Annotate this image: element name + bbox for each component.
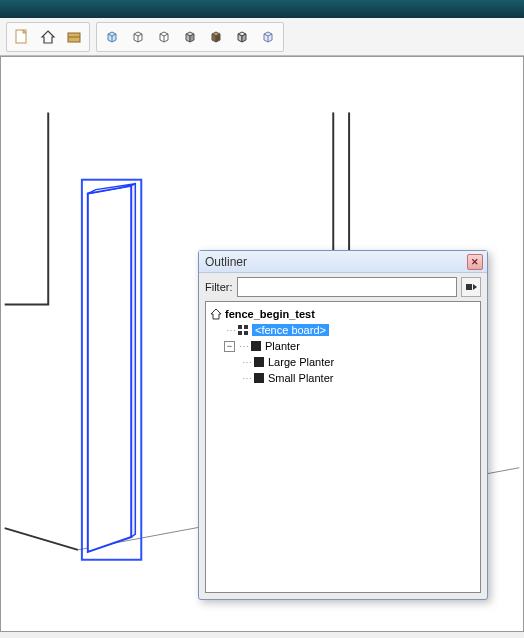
svg-rect-38 <box>254 373 264 383</box>
style-mono-button[interactable] <box>230 25 254 49</box>
svg-marker-14 <box>212 34 216 42</box>
svg-rect-34 <box>238 331 242 335</box>
toolbar-new-button[interactable] <box>10 25 34 49</box>
style-hidden-button[interactable] <box>152 25 176 49</box>
cube-shaded-icon <box>182 29 198 45</box>
outliner-tree[interactable]: fence_begin_test ⋯ <fence board> − ⋯ Pla… <box>205 301 481 593</box>
tree-connector: ⋯ <box>239 341 248 352</box>
style-shaded-button[interactable] <box>178 25 202 49</box>
cube-wire-icon <box>130 29 146 45</box>
cube-xray-icon <box>260 29 276 45</box>
tree-connector: ⋯ <box>242 373 251 384</box>
svg-marker-15 <box>216 34 220 42</box>
toolbar-group-standard <box>6 22 90 52</box>
tree-label-fence-board: <fence board> <box>252 324 329 336</box>
svg-rect-29 <box>466 284 472 290</box>
style-xray-button[interactable] <box>256 25 280 49</box>
tree-row-planter[interactable]: − ⋯ Planter <box>208 338 478 354</box>
filter-label: Filter: <box>205 281 233 293</box>
document-icon <box>14 29 30 45</box>
tree-connector: ⋯ <box>242 357 251 368</box>
toolbar-box-button[interactable] <box>62 25 86 49</box>
home-icon <box>210 308 222 320</box>
close-icon: ✕ <box>471 257 479 267</box>
house-icon <box>40 29 56 45</box>
cube-textured-icon <box>208 29 224 45</box>
svg-line-21 <box>5 528 78 550</box>
svg-marker-18 <box>242 34 246 42</box>
svg-marker-1 <box>42 31 54 43</box>
flyout-arrow-icon <box>465 281 477 293</box>
outliner-titlebar[interactable]: Outliner ✕ <box>199 251 487 273</box>
app-titlebar <box>0 0 524 18</box>
svg-marker-27 <box>131 184 135 537</box>
tree-connector: ⋯ <box>226 325 235 336</box>
svg-rect-32 <box>238 325 242 329</box>
svg-marker-25 <box>88 186 132 552</box>
svg-marker-12 <box>190 34 194 42</box>
svg-marker-17 <box>238 34 242 42</box>
svg-rect-37 <box>254 357 264 367</box>
style-wire-button[interactable] <box>126 25 150 49</box>
tree-label-small-planter: Small Planter <box>268 372 333 384</box>
style-textured-button[interactable] <box>204 25 228 49</box>
box-icon <box>66 29 82 45</box>
collapse-toggle[interactable]: − <box>224 341 235 352</box>
tree-row-small-planter[interactable]: ⋯ Small Planter <box>208 370 478 386</box>
tree-root-label: fence_begin_test <box>225 308 315 320</box>
cube-wire-blue-icon <box>104 29 120 45</box>
style-iso-button[interactable] <box>100 25 124 49</box>
outliner-title-text: Outliner <box>205 255 467 269</box>
toolbar <box>0 18 524 56</box>
tree-row-large-planter[interactable]: ⋯ Large Planter <box>208 354 478 370</box>
tree-root-row[interactable]: fence_begin_test <box>208 306 478 322</box>
outliner-filter-row: Filter: <box>199 273 487 301</box>
component-icon <box>237 324 249 336</box>
outliner-panel[interactable]: Outliner ✕ Filter: fence_begin_test ⋯ <f… <box>198 250 488 600</box>
group-icon <box>253 356 265 368</box>
tree-row-fence-board[interactable]: ⋯ <fence board> <box>208 322 478 338</box>
tree-label-large-planter: Large Planter <box>268 356 334 368</box>
cube-mono-icon <box>234 29 250 45</box>
svg-marker-30 <box>473 284 477 290</box>
toolbar-home-button[interactable] <box>36 25 60 49</box>
cube-hidden-icon <box>156 29 172 45</box>
tree-label-planter: Planter <box>265 340 300 352</box>
svg-rect-33 <box>244 325 248 329</box>
group-icon <box>253 372 265 384</box>
svg-marker-11 <box>186 34 190 42</box>
svg-marker-31 <box>211 309 221 319</box>
group-icon <box>250 340 262 352</box>
outliner-close-button[interactable]: ✕ <box>467 254 483 270</box>
outliner-menu-button[interactable] <box>461 277 481 297</box>
svg-rect-36 <box>251 341 261 351</box>
filter-input[interactable] <box>237 277 458 297</box>
svg-rect-35 <box>244 331 248 335</box>
toolbar-group-styles <box>96 22 284 52</box>
